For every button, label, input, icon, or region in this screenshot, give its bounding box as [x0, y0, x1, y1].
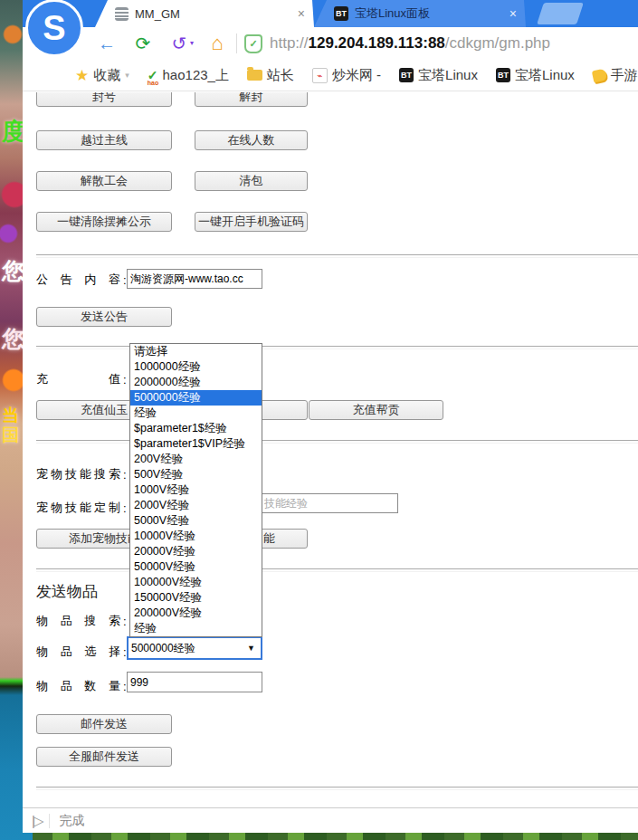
- online-count-button[interactable]: 在线人数: [195, 130, 308, 150]
- dropdown-option[interactable]: 1000000经验: [130, 359, 262, 375]
- status-divider: [49, 814, 50, 828]
- disband-guild-button[interactable]: 解散工会: [36, 171, 172, 191]
- home-icon[interactable]: ⌂: [204, 33, 231, 53]
- dropdown-option[interactable]: 20000V经验: [130, 544, 262, 559]
- tab-title: 宝塔Linux面板: [355, 5, 500, 22]
- bookmark-baota-1[interactable]: BT 宝塔Linux: [399, 67, 478, 84]
- bookmark-shouyou[interactable]: 手游资: [593, 67, 638, 84]
- divider: [36, 346, 638, 349]
- dropdown-option[interactable]: $parameter1$VIP经验: [130, 436, 262, 452]
- chevron-down-icon[interactable]: ▾: [187, 40, 196, 47]
- dropdown-option[interactable]: 150000V经验: [130, 590, 262, 606]
- refresh-icon[interactable]: ⟳: [129, 34, 157, 52]
- item-select[interactable]: 5000000经验 ▼: [127, 636, 262, 660]
- url-host: 129.204.189.113:88: [309, 34, 445, 52]
- dropdown-option[interactable]: 5000V经验: [130, 513, 262, 529]
- dropdown-option[interactable]: 请选择: [130, 344, 262, 359]
- document-icon: [115, 7, 129, 21]
- bookmark-label: 宝塔Linux: [515, 67, 575, 84]
- unban-account-button[interactable]: 解封: [195, 92, 308, 107]
- wallpaper-character: 您: [2, 324, 24, 354]
- item-select-label: 物品选择: [36, 644, 120, 660]
- bookmark-favorites[interactable]: ★ 收藏 ▾: [75, 66, 129, 85]
- wallpaper-character: 您: [2, 256, 24, 286]
- bt-icon: BT: [399, 68, 414, 82]
- dropdown-option[interactable]: 50000V经验: [130, 559, 262, 575]
- divider: [36, 254, 638, 258]
- dropdown-option[interactable]: 500V经验: [130, 467, 262, 482]
- dropdown-option[interactable]: 经验: [130, 621, 262, 636]
- url-path: /cdkgm/gm.php: [445, 34, 550, 52]
- recharge-label: 充值: [36, 371, 120, 387]
- bookmark-label: 手游资: [611, 67, 638, 84]
- dropdown-option[interactable]: 5000000经验: [130, 390, 262, 406]
- enable-phone-verify-button[interactable]: 一键开启手机验证码: [195, 212, 308, 232]
- send-announce-button[interactable]: 发送公告: [36, 307, 172, 327]
- tab-mm-gm[interactable]: MM_GM ×: [95, 0, 314, 27]
- dropdown-option[interactable]: 10000V经验: [130, 529, 262, 544]
- bookmark-label: hao123_上: [163, 67, 229, 84]
- dropdown-option[interactable]: 2000000经验: [130, 375, 262, 390]
- url-scheme: http://: [270, 34, 309, 52]
- recharge-label-row: 充值 :: [36, 371, 127, 387]
- item-qty-input[interactable]: [127, 672, 262, 692]
- chart-icon: ⌁: [312, 68, 328, 83]
- dropdown-option[interactable]: 2000V经验: [130, 498, 262, 513]
- bookmark-hao123[interactable]: ✓hao hao123_上: [148, 67, 229, 84]
- dropdown-option[interactable]: 经验: [130, 406, 262, 421]
- dropdown-option[interactable]: 200000V经验: [130, 606, 262, 621]
- bookmark-chaomi[interactable]: ⌁ 炒米网 -: [312, 67, 381, 84]
- button-label: 能: [263, 530, 275, 547]
- tab-title: MM_GM: [135, 7, 288, 21]
- wallpaper-character: 国: [2, 424, 19, 447]
- item-qty-row: 物品数量 :: [36, 678, 127, 694]
- dropdown-arrow-icon: ▼: [247, 644, 255, 653]
- sidebar-play-icon[interactable]: |▷: [32, 813, 42, 829]
- bookmark-zhanzhang[interactable]: 站长: [247, 67, 294, 84]
- bookmark-baota-2[interactable]: BT 宝塔Linux: [496, 67, 575, 84]
- bookmark-label: 收藏: [93, 67, 120, 84]
- pet-skill-custom-label: 宠物技能定制: [36, 500, 120, 516]
- pet-skill-search-row: 宠物技能搜索 :: [36, 466, 127, 482]
- announce-input[interactable]: [127, 269, 262, 289]
- status-bar: |▷ 完成: [23, 807, 638, 833]
- mail-send-all-button[interactable]: 全服邮件发送: [36, 747, 172, 767]
- new-tab-button[interactable]: [537, 3, 584, 24]
- navigation-toolbar: ← ⟳ ↺ ▾ ⌂ ✓ http://129.204.189.113:88/cd…: [23, 27, 638, 61]
- dropdown-option[interactable]: 200V经验: [130, 452, 262, 467]
- bookmarks-bar: ★ 收藏 ▾ ✓hao hao123_上 站长 ⌁ 炒米网 - BT 宝塔Lin…: [23, 60, 638, 91]
- clear-bag-button[interactable]: 清包: [195, 171, 308, 191]
- bookmark-label: 站长: [267, 67, 294, 84]
- item-qty-label: 物品数量: [36, 678, 120, 694]
- dropdown-option[interactable]: $parameter1$经验: [130, 421, 262, 436]
- chevron-down-icon: ▾: [125, 71, 129, 80]
- tab-bar: MM_GM × BT 宝塔Linux面板 ×: [23, 0, 638, 27]
- dropdown-option[interactable]: 100000V经验: [130, 575, 262, 590]
- toolbar-divider: [236, 33, 237, 53]
- recharge-banggong-button[interactable]: 充值帮贡: [309, 400, 443, 420]
- skip-mainline-button[interactable]: 越过主线: [36, 130, 172, 150]
- pet-skill-custom-row: 宠物技能定制 :: [36, 500, 127, 516]
- folder-icon: [247, 70, 262, 81]
- bt-icon: BT: [496, 68, 510, 82]
- pet-skill-exp-input[interactable]: [261, 493, 398, 513]
- item-search-row: 物品搜索 :: [36, 613, 127, 629]
- address-bar[interactable]: http://129.204.189.113:88/cdkgm/gm.php: [270, 34, 550, 52]
- close-icon[interactable]: ×: [298, 6, 305, 21]
- page-content: 封号 解封 越过主线 在线人数 解散工会 清包 一键清除摆摊公示 一键开启手机验…: [23, 92, 638, 808]
- browser-logo[interactable]: S: [25, 0, 83, 57]
- clear-stall-notice-button[interactable]: 一键清除摆摊公示: [36, 212, 172, 232]
- selected-value: 5000000经验: [131, 641, 247, 656]
- close-icon[interactable]: ×: [509, 6, 517, 21]
- divider: [36, 568, 638, 572]
- security-shield-icon[interactable]: ✓: [244, 34, 262, 53]
- item-select-dropdown[interactable]: 请选择1000000经验2000000经验5000000经验经验$paramet…: [129, 343, 262, 637]
- medal-icon: [592, 68, 607, 82]
- item-select-row: 物品选择 :: [36, 644, 127, 660]
- ban-account-button[interactable]: 封号: [36, 92, 172, 107]
- back-icon[interactable]: ←: [93, 34, 120, 52]
- pet-skill-search-label: 宠物技能搜索: [36, 466, 120, 482]
- dropdown-option[interactable]: 1000V经验: [130, 482, 262, 498]
- mail-send-button[interactable]: 邮件发送: [36, 714, 172, 734]
- tab-baota-panel[interactable]: BT 宝塔Linux面板 ×: [314, 0, 526, 27]
